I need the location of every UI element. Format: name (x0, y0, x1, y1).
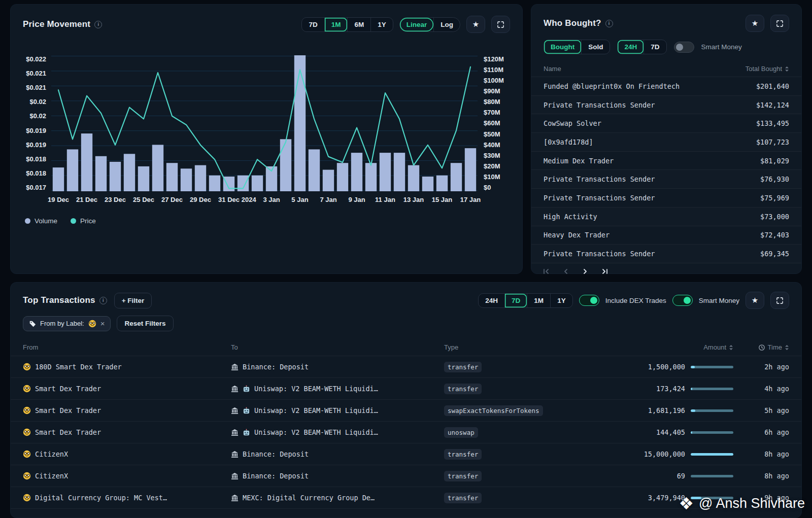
fullscreen-button[interactable] (770, 292, 789, 309)
range-1y[interactable]: 1Y (370, 18, 393, 31)
transaction-row[interactable]: Digital Currency Group: MC Vest…MEXC: Di… (11, 487, 801, 509)
who-bought-row[interactable]: CowSwap Solver$133,495 (531, 114, 801, 133)
who-bought-row[interactable]: Funded @blueprint0x On Friendtech$201,64… (531, 77, 801, 96)
next-page-button[interactable] (582, 268, 589, 275)
volume-bar (195, 165, 206, 191)
amount-value: 15,000,000 (644, 450, 685, 458)
type-cell: swapExactTokensForTokens (444, 406, 599, 415)
info-icon[interactable]: i (605, 20, 613, 27)
who-bought-range-segment: 24H7D (617, 40, 666, 54)
wb-range-24h[interactable]: 24H (618, 40, 644, 54)
prev-page-button[interactable] (562, 268, 569, 275)
fullscreen-button[interactable] (770, 15, 789, 32)
tx-range-24h[interactable]: 24H (479, 294, 504, 307)
smart-money-face-icon (23, 406, 31, 415)
amount-bar-fill (691, 388, 692, 390)
from-cell: Smart Dex Trader (23, 406, 231, 415)
transaction-row[interactable]: Smart Dex TraderUniswap: V2 BEAM-WETH Li… (11, 400, 801, 422)
volume-bar (95, 156, 107, 191)
from-by-label-filter-chip[interactable]: From by Label: × (23, 316, 111, 331)
fullscreen-button[interactable] (491, 16, 510, 33)
last-page-button[interactable] (601, 268, 608, 275)
next-page-icon (582, 268, 589, 275)
tx-range-1m[interactable]: 1M (527, 294, 550, 307)
to-cell: Uniswap: V2 BEAM-WETH Liquidi… (231, 385, 444, 393)
amount-value: 1,500,000 (648, 363, 685, 371)
column-total-bought[interactable]: Total Bought (746, 65, 789, 73)
transaction-row[interactable]: Smart Dex TraderUniswap: V2 BEAM-WETH Li… (11, 422, 801, 443)
reset-filters-button[interactable]: Reset Filters (117, 316, 173, 331)
date-tick-label: 31 Dec (218, 196, 240, 203)
smart-money-face-icon (23, 450, 31, 458)
smart-money-toggle[interactable] (674, 42, 694, 53)
column-amount[interactable]: Amount (703, 343, 733, 351)
total-bought-value: $81,029 (760, 157, 789, 165)
smart-money-face-icon (23, 428, 31, 436)
column-time[interactable]: Time (758, 343, 789, 351)
buyer-name: Funded @blueprint0x On Friendtech (544, 82, 680, 90)
from-cell: CitizenX (23, 450, 231, 458)
add-filter-button[interactable]: + Filter (114, 293, 152, 308)
type-cell: transfer (444, 363, 599, 371)
volume-bar (422, 177, 433, 191)
date-tick-label: 5 Jan (291, 196, 308, 203)
date-tick-label: 23 Dec (105, 196, 126, 203)
legend-volume[interactable]: Volume (25, 217, 57, 225)
who-bought-row[interactable]: [0x9afd178d]$107,723 (531, 133, 801, 152)
scale-log[interactable]: Log (433, 18, 460, 31)
transaction-row[interactable]: CitizenXBinance: Deposittransfer698h ago (11, 465, 801, 487)
legend-price[interactable]: Price (71, 217, 96, 225)
transaction-row[interactable]: CitizenXBinance: Deposittransfer15,000,0… (11, 443, 801, 465)
volume-bar (365, 163, 377, 191)
who-bought-row[interactable]: Private Transactions Sender$142,124 (531, 96, 801, 115)
range-7d[interactable]: 7D (302, 18, 324, 31)
include-dex-trades-toggle[interactable] (579, 295, 599, 306)
date-tick-label: 3 Jan (263, 196, 280, 203)
fullscreen-icon (776, 297, 784, 304)
to-cell: Binance: Deposit (231, 363, 444, 371)
type-badge: transfer (444, 362, 482, 372)
volume-axis: $120M$110M$100M$90M$80M$70M$60M$50M$40M$… (478, 55, 510, 191)
type-cell: transfer (444, 385, 599, 393)
remove-filter-icon[interactable]: × (100, 320, 105, 327)
who-bought-row[interactable]: Private Transactions Sender$75,969 (531, 189, 801, 208)
who-bought-row[interactable]: Medium Dex Trader$81,029 (531, 152, 801, 170)
price-tick-label: $0.017 (26, 184, 46, 191)
scale-linear[interactable]: Linear (400, 18, 434, 31)
range-1m[interactable]: 1M (324, 18, 348, 31)
wb-range-7d[interactable]: 7D (644, 40, 666, 54)
column-from: From (23, 343, 231, 351)
side-sold[interactable]: Sold (581, 40, 610, 54)
tx-range-1y[interactable]: 1Y (550, 294, 572, 307)
from-label: Smart Dex Trader (35, 385, 101, 393)
who-bought-row[interactable]: Private Transactions Sender$69,345 (531, 245, 801, 263)
price-tick-label: $0.019 (26, 141, 46, 149)
volume-bar (67, 149, 78, 191)
range-6m[interactable]: 6M (347, 18, 370, 31)
amount-bar (691, 366, 733, 368)
transaction-row[interactable]: Smart Dex TraderUniswap: V2 BEAM-WETH Li… (11, 378, 801, 400)
smart-money-label: Smart Money (699, 297, 739, 304)
star-icon: ★ (752, 296, 758, 305)
from-label: Smart Dex Trader (35, 406, 101, 415)
favorite-button[interactable]: ★ (746, 292, 764, 309)
who-bought-row[interactable]: Private Transactions Sender$76,930 (531, 170, 801, 189)
who-bought-row[interactable]: High Activity$73,000 (531, 208, 801, 226)
buyer-name: Private Transactions Sender (544, 250, 655, 258)
smart-money-toggle[interactable] (672, 295, 693, 306)
who-bought-row[interactable]: Heavy Dex Trader$72,403 (531, 226, 801, 245)
info-icon[interactable]: i (94, 21, 102, 28)
transaction-row[interactable]: 180D Smart Dex TraderBinance: Deposittra… (11, 356, 801, 378)
to-cell: Uniswap: V2 BEAM-WETH Liquidi… (231, 428, 444, 436)
favorite-button[interactable]: ★ (466, 16, 485, 33)
from-cell: CitizenX (23, 472, 231, 480)
first-page-button[interactable] (543, 268, 550, 275)
amount-bar-fill (691, 453, 733, 456)
tx-range-7d[interactable]: 7D (504, 294, 527, 307)
date-tick-label: 13 Jan (403, 196, 424, 203)
price-movement-title: Price Movement (23, 19, 90, 29)
favorite-button[interactable]: ★ (746, 15, 764, 32)
side-bought[interactable]: Bought (544, 40, 581, 54)
info-icon[interactable]: i (99, 297, 107, 304)
sort-icon (785, 344, 789, 351)
